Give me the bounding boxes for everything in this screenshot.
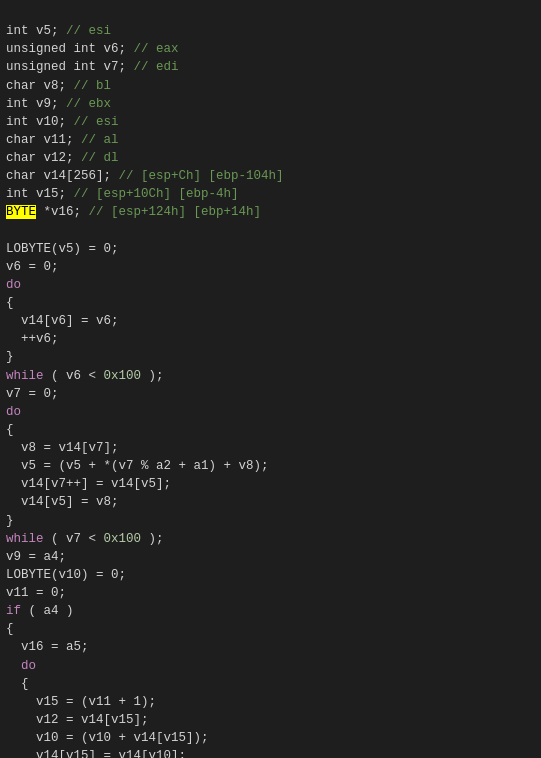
code-line: { — [6, 620, 535, 638]
code-line — [6, 222, 535, 240]
code-line: { — [6, 421, 535, 439]
code-line: } — [6, 348, 535, 366]
code-line: char v14[256]; // [esp+Ch] [ebp-104h] — [6, 167, 535, 185]
code-line: v11 = 0; — [6, 584, 535, 602]
code-line: while ( v7 < 0x100 ); — [6, 530, 535, 548]
code-line: char v11; // al — [6, 131, 535, 149]
code-line: LOBYTE(v5) = 0; — [6, 240, 535, 258]
code-line: v14[v7++] = v14[v5]; — [6, 475, 535, 493]
code-line: v7 = 0; — [6, 385, 535, 403]
code-line: v14[v15] = v14[v10]; — [6, 747, 535, 758]
code-view: int v5; // esiunsigned int v6; // eaxuns… — [0, 0, 541, 758]
code-line: v16 = a5; — [6, 638, 535, 656]
code-line: v14[v5] = v8; — [6, 493, 535, 511]
code-line: unsigned int v6; // eax — [6, 40, 535, 58]
code-line: BYTE *v16; // [esp+124h] [ebp+14h] — [6, 203, 535, 221]
code-line: unsigned int v7; // edi — [6, 58, 535, 76]
code-line: do — [6, 403, 535, 421]
code-line: v12 = v14[v15]; — [6, 711, 535, 729]
code-line: int v9; // ebx — [6, 95, 535, 113]
code-line: { — [6, 675, 535, 693]
code-line: v8 = v14[v7]; — [6, 439, 535, 457]
code-line: } — [6, 512, 535, 530]
code-line: do — [6, 657, 535, 675]
code-line: v9 = a4; — [6, 548, 535, 566]
code-line: v5 = (v5 + *(v7 % a2 + a1) + v8); — [6, 457, 535, 475]
code-line: { — [6, 294, 535, 312]
code-line: v14[v6] = v6; — [6, 312, 535, 330]
code-line: v6 = 0; — [6, 258, 535, 276]
code-line: do — [6, 276, 535, 294]
code-line: int v15; // [esp+10Ch] [ebp-4h] — [6, 185, 535, 203]
code-line: if ( a4 ) — [6, 602, 535, 620]
code-line: ++v6; — [6, 330, 535, 348]
code-line: while ( v6 < 0x100 ); — [6, 367, 535, 385]
code-line: LOBYTE(v10) = 0; — [6, 566, 535, 584]
code-line: char v8; // bl — [6, 77, 535, 95]
code-line: v15 = (v11 + 1); — [6, 693, 535, 711]
code-line: int v10; // esi — [6, 113, 535, 131]
code-line: v10 = (v10 + v14[v15]); — [6, 729, 535, 747]
code-line: char v12; // dl — [6, 149, 535, 167]
code-line: int v5; // esi — [6, 22, 535, 40]
